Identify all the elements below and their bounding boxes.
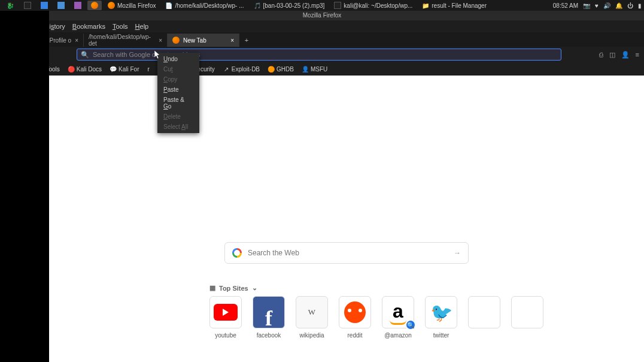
search-placeholder: Search the Web [248,249,299,257]
search-icon: 🔍 [81,51,89,59]
grid-icon: ▦ [209,284,215,292]
topsites-header[interactable]: ▦ Top Sites ⌄ [209,284,257,292]
empty-tile [468,296,500,328]
taskbar-label: [ban-03-00-25 (2).mp3] [263,2,325,9]
amazon-icon: a🔍 [382,296,414,328]
ctx-delete[interactable]: Delete [157,111,199,122]
bookmark-exploitdb[interactable]: ↗Exploit-DB [223,66,260,73]
tile-label: wikipedia [299,332,324,339]
notification-icon[interactable]: 🔔 [615,2,622,9]
taskbar-terminal-icon[interactable] [20,1,35,10]
reddit-icon [344,301,366,323]
taskbar-firefox-window[interactable]: Mozilla Firefox [104,1,159,10]
topsite-wikipedia[interactable]: W wikipedia [296,296,328,339]
ctx-paste-go[interactable]: Paste & Go [157,95,199,111]
tile-label: facebook [257,332,281,339]
window-title: Mozilla Firefox [0,11,644,20]
bookmark-kali-docs[interactable]: 🔴Kali Docs [68,66,102,73]
firefox-icon [172,37,180,44]
topsite-amazon[interactable]: a🔍 @amazon [382,296,414,339]
topsites-grid: youtube f facebook W wikipedia reddit a🔍… [209,296,543,339]
camera-icon[interactable]: 📷 [583,2,590,9]
facebook-icon: f [253,296,285,328]
ctx-paste[interactable]: Paste [157,85,199,95]
taskbar-left: 🐉 Mozilla Firefox 📄/home/kali/Desktop/wp… [2,0,490,11]
context-menu: Undo Cut Copy Paste Paste & Go Delete Se… [157,53,199,133]
twitter-icon: 🐦 [425,296,457,328]
menu-bookmarks[interactable]: Bookmarks [72,23,105,30]
topsites-label: Top Sites [219,285,248,292]
new-tab-button[interactable]: + [239,34,254,47]
tab-wpdet[interactable]: /home/kali/Desktop/wp-det × [84,34,168,47]
bookmark-r[interactable]: r [147,66,149,73]
taskbar-files-icon[interactable] [37,1,51,10]
os-taskbar: 🐉 Mozilla Firefox 📄/home/kali/Desktop/wp… [0,0,644,11]
taskbar-filemgr-window[interactable]: 📁result - File Manager [418,1,490,10]
url-bar[interactable]: 🔍 Search with Google or enter address [77,49,561,61]
taskbar-label: Mozilla Firefox [117,2,156,9]
sidebar-icon[interactable]: ◫ [609,51,615,59]
ctx-select-all[interactable]: Select All [157,122,199,132]
empty-tile [511,296,543,328]
docs-icon: 🔴 [68,66,74,72]
close-icon[interactable]: × [230,37,234,44]
black-panel [0,11,49,362]
search-arrow-icon[interactable]: → [454,249,461,257]
menu-help[interactable]: Help [135,23,149,30]
bookmark-ghdb[interactable]: 🟠GHDB [268,66,294,73]
hamburger-icon[interactable]: ≡ [636,51,639,59]
ctx-copy[interactable]: Copy [157,74,199,85]
account-icon[interactable]: 👤 [621,51,630,59]
newtab-content: Search the Web → ▦ Top Sites ⌄ youtube f… [49,76,644,362]
topsite-reddit[interactable]: reddit [339,296,371,339]
close-icon[interactable]: × [75,37,78,44]
tile-label: twitter [433,332,449,339]
bookmark-kali-for[interactable]: 💬Kali For [110,66,139,73]
tile-label: @amazon [384,332,412,339]
toolbar-icons: ⎙ ◫ 👤 ≡ [599,51,639,59]
taskbar-right: 08:52 AM 📷 ♥ 🔊 🔔 ⏻ ▮ [553,2,642,9]
web-search-box[interactable]: Search the Web → [224,242,469,264]
ctx-undo[interactable]: Undo [157,54,199,64]
tile-label: reddit [347,332,362,339]
taskbar-kali-icon[interactable]: 🐉 [2,0,18,11]
taskbar-label: kali@kali: ~/Desktop/wp... [344,2,412,9]
ctx-cut[interactable]: Cut [157,64,199,74]
volume-icon[interactable]: 🔊 [603,2,610,9]
search-badge-icon: 🔍 [405,319,416,330]
taskbar-firefox-active[interactable] [87,1,102,10]
topsite-twitter[interactable]: 🐦 twitter [425,296,457,339]
taskbar-editor-window[interactable]: 📄/home/kali/Desktop/wp- ... [162,1,247,10]
exploit-icon: ↗ [223,66,229,72]
tab-newtab[interactable]: New Tab × [168,34,239,47]
topsite-youtube[interactable]: youtube [209,296,242,339]
tile-label: youtube [215,332,236,339]
taskbar-terminal-window[interactable]: kali@kali: ~/Desktop/wp... [330,1,416,10]
youtube-icon [214,304,238,321]
forum-icon: 💬 [110,66,116,72]
menubar: Edit View History Bookmarks Tools Help [0,20,644,32]
tab-bar: BreachForums - Profile o × /home/kali/De… [0,32,644,47]
close-icon[interactable]: × [159,37,162,44]
taskbar-label: result - File Manager [432,2,487,9]
wifi-icon[interactable]: ♥ [595,2,599,9]
power-icon[interactable]: ⏻ [627,2,633,9]
bookmark-msfu[interactable]: 👤MSFU [302,66,327,73]
bookmarks-bar: ining 🔧Kali Tools 🔴Kali Docs 💬Kali For r… [0,62,644,76]
taskbar-label: /home/kali/Desktop/wp- ... [175,2,244,9]
msfu-icon: 👤 [302,66,308,72]
taskbar-app-icon[interactable] [54,1,68,10]
taskbar-app2-icon[interactable] [71,1,85,10]
menu-tools[interactable]: Tools [113,23,128,30]
library-icon[interactable]: ⎙ [599,51,603,59]
google-icon [232,248,242,258]
ghdb-icon: 🟠 [268,66,274,72]
tab-label: New Tab [183,37,206,44]
taskbar-mp3-window[interactable]: 🎵[ban-03-00-25 (2).mp3] [250,1,329,10]
taskbar-clock: 08:52 AM [553,2,578,9]
wikipedia-icon: W [296,296,328,328]
menu-icon[interactable]: ▮ [638,2,642,9]
topsite-empty[interactable] [468,296,500,339]
topsite-empty[interactable] [511,296,543,339]
topsite-facebook[interactable]: f facebook [253,296,285,339]
